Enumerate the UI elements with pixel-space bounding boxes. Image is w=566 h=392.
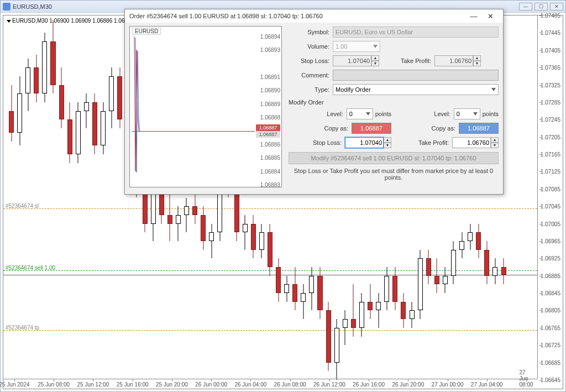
section-title: Modify Order [289, 99, 499, 106]
copyas-right-label: Copy as: [432, 125, 459, 132]
window-close-button[interactable]: ✕ [550, 3, 563, 11]
y-axis: 1.074851.074451.074051.073651.073251.072… [537, 15, 563, 379]
level-right-select[interactable]: 0 [454, 108, 480, 119]
sl-label: #52364674 sl [6, 203, 39, 209]
type-label: Type: [289, 86, 333, 93]
volume-label: Volume: [289, 43, 333, 50]
sl-up-button[interactable]: ▲ [384, 137, 391, 143]
order-dialog[interactable]: Order #52364674 sell 1.00 EURUSD at 1.06… [124, 9, 504, 195]
symbol-select: EURUSD, Euro vs US Dollar [333, 27, 499, 38]
window-title: EURUSD,M30 [13, 3, 52, 10]
dialog-title: Order #52364674 sell 1.00 EURUSD at 1.06… [129, 13, 323, 19]
sl-spinner[interactable]: ▲▼ [345, 137, 391, 148]
copyas-left-label: Copy as: [324, 125, 352, 132]
mini-symbol: EURUSD [132, 28, 161, 35]
level-left-label: Level: [327, 111, 346, 117]
takeprofit-spinner-ro: ▲▼ [434, 55, 481, 66]
app-icon [3, 3, 11, 11]
tp-line[interactable]: #52364674 tp [3, 330, 537, 331]
window-maximize-button[interactable]: ☐ [534, 3, 548, 11]
order-form: Symbol: EURUSD, Euro vs US Dollar Volume… [289, 26, 499, 187]
level-left-select[interactable]: 0 [347, 108, 373, 119]
dialog-close-button[interactable]: ✕ [482, 11, 499, 22]
mini-tick-chart[interactable]: EURUSD 1.068941.068931.068911.068901.068… [129, 26, 282, 187]
entry-line[interactable]: #52364674 sell 1.00 [3, 270, 537, 271]
tp-spinner[interactable]: ▲▼ [452, 137, 499, 148]
sl-line[interactable]: #52364674 sl [3, 208, 537, 209]
modify-button[interactable]: Modify #52364674 sell 1.00 EURUSD sl: 1.… [289, 152, 499, 164]
comment-input [333, 70, 499, 81]
level-right-label: Level: [434, 111, 453, 117]
tp-edit-label: Take Profit: [418, 139, 452, 146]
copy-bid-button[interactable]: 1.06887 [352, 123, 391, 134]
stoploss-input-ro [333, 55, 371, 66]
type-select[interactable]: Modify Order [333, 84, 499, 95]
tp-label: #52364674 tp [6, 325, 39, 331]
stoploss-label: Stop Loss: [289, 58, 333, 64]
window-minimize-button[interactable]: — [519, 3, 532, 11]
sl-down-button[interactable]: ▼ [384, 143, 391, 148]
tp-up-button[interactable]: ▲ [491, 137, 499, 143]
comment-label: Comment: [289, 72, 333, 79]
takeprofit-label: Take Profit: [390, 58, 434, 64]
volume-select: 1.00 [333, 41, 380, 52]
sl-input[interactable] [345, 137, 384, 148]
tp-down-button[interactable]: ▼ [491, 143, 499, 148]
tp-input[interactable] [452, 137, 491, 148]
symbol-label: Symbol: [289, 29, 333, 35]
sl-edit-label: Stop Loss: [313, 139, 345, 146]
entry-label: #52364674 sell 1.00 [6, 265, 55, 271]
last-price-line: 1.06887 [3, 275, 537, 275]
stoploss-spinner-ro: ▲▼ [333, 55, 379, 66]
copy-ask-button[interactable]: 1.06887 [459, 123, 499, 134]
takeprofit-input-ro [434, 55, 473, 66]
points-right: points [483, 111, 499, 117]
dialog-minimize-button[interactable]: — [465, 11, 482, 22]
dialog-titlebar[interactable]: Order #52364674 sell 1.00 EURUSD at 1.06… [125, 9, 503, 23]
x-axis: 25 Jun 202425 Jun 08:0025 Jun 12:0025 Ju… [3, 379, 537, 389]
points-left: points [375, 111, 391, 117]
warning-text: Stop Loss or Take Profit you set must di… [289, 168, 499, 181]
